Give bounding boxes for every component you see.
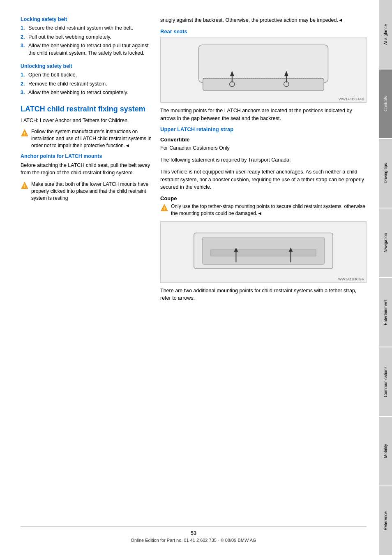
tab-entertainment[interactable]: Entertainment [379, 278, 392, 347]
tab-driving-tips[interactable]: Driving tips [379, 139, 392, 208]
anchor-heading: Anchor points for LATCH mounts [21, 153, 152, 159]
tab-navigation[interactable]: Navigation [379, 208, 392, 277]
locking-heading: Locking safety belt [21, 16, 152, 22]
tab-reference[interactable]: Reference [379, 486, 392, 555]
tab-communications[interactable]: Communications [379, 347, 392, 416]
svg-rect-17 [211, 250, 316, 256]
anchor-warning: ! Make sure that both of the lower LATCH… [21, 181, 152, 201]
svg-text:!: ! [24, 184, 25, 189]
locking-step-2: 2. Pull out the belt webbing completely. [21, 34, 152, 41]
coupe-image: WW1A1BJCGA [160, 221, 367, 283]
tab-mobility[interactable]: Mobility [379, 417, 392, 486]
unlocking-steps-list: 1. Open the belt buckle. 2. Remove the c… [21, 72, 152, 97]
svg-text:!: ! [164, 206, 165, 211]
convertible-subheading: Convertible [160, 136, 367, 143]
unlocking-step-2: 2. Remove the child restraint system. [21, 81, 152, 88]
latch-main-heading: LATCH child restraint fixing system [21, 105, 152, 113]
warning-triangle-icon-3: ! [160, 204, 168, 212]
footer-text: Online Edition for Part no. 01 41 2 602 … [131, 538, 256, 543]
canadian-text1: The following statement is required by T… [160, 156, 367, 164]
latch-warning-1: ! Follow the system manufacturer's instr… [21, 128, 152, 149]
coupe-diagram [171, 224, 356, 279]
coupe-subheading: Coupe [160, 195, 367, 201]
coupe-image-label: WW1A1BJCGA [338, 277, 364, 281]
unlocking-step-1: 1. Open the belt buckle. [21, 72, 152, 79]
anchor-text: Before attaching the LATCH child seat, p… [21, 162, 152, 177]
unlocking-heading: Unlocking safety belt [21, 63, 152, 69]
upper-latch-heading: Upper LATCH retaining strap [160, 126, 367, 132]
warning-triangle-icon-2: ! [21, 181, 29, 190]
rear-seats-image-label: WW1F1BGJAK [339, 97, 364, 101]
page-footer: 53 Online Edition for Part no. 01 41 2 6… [21, 526, 367, 543]
svg-rect-4 [199, 45, 328, 82]
svg-rect-5 [203, 78, 324, 90]
side-tabs-container: At a glance Controls Driving tips Naviga… [379, 0, 392, 555]
tab-at-a-glance[interactable]: At a glance [379, 0, 392, 69]
warning-triangle-icon: ! [21, 129, 29, 137]
latch-intro-text: LATCH: Lower Anchor and Tethers for Chil… [21, 117, 152, 125]
page-number: 53 [21, 530, 367, 536]
canadian-text2: This vehicle is not equipped with user-r… [160, 168, 367, 191]
rear-seats-text: The mounting points for the LATCH anchor… [160, 107, 367, 123]
tab-controls[interactable]: Controls [379, 69, 392, 138]
svg-text:!: ! [24, 132, 25, 136]
locking-step-1: 1. Secure the child restraint system wit… [21, 25, 152, 32]
coupe-text: There are two additional mounting points… [160, 287, 367, 303]
locking-step-3: 3. Allow the belt webbing to retract and… [21, 42, 152, 57]
rear-seats-heading: Rear seats [160, 28, 367, 35]
canadian-only-text: For Canadian Customers Only [160, 144, 367, 152]
coupe-warning: ! Only use the top tether-strap mounting… [160, 203, 367, 217]
anchor-continued-text: snugly against the backrest. Otherwise, … [160, 16, 367, 24]
rear-seats-diagram [171, 41, 356, 99]
unlocking-step-3: 3. Allow the belt webbing to retract com… [21, 89, 152, 97]
locking-steps-list: 1. Secure the child restraint system wit… [21, 25, 152, 57]
rear-seats-image: WW1F1BGJAK [160, 37, 367, 103]
